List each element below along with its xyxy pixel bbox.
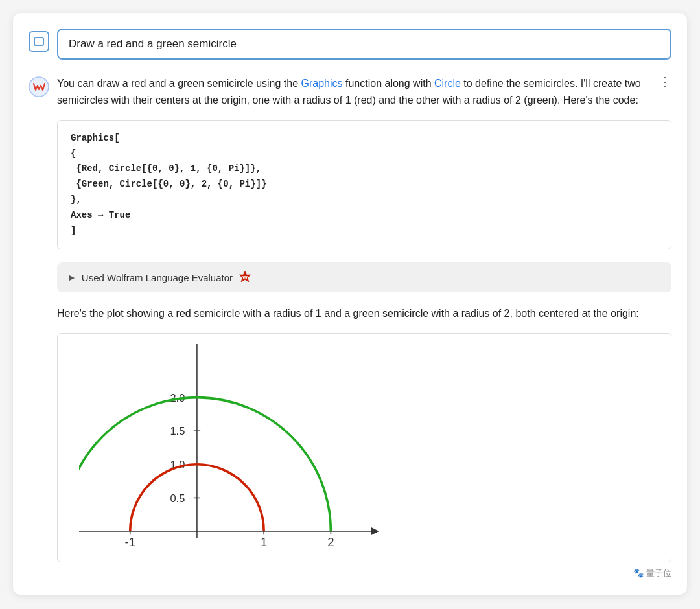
user-text: Draw a red and a green semicircle — [57, 29, 671, 60]
ai-intro-before: You can draw a red and a green semicircl… — [57, 78, 301, 89]
tool-label: Used Wolfram Language Evaluator — [82, 272, 233, 283]
code-block: Graphics[ { {Red, Circle[{0, 0}, 1, {0, … — [57, 120, 671, 250]
user-icon — [29, 31, 49, 52]
watermark-logo: 🐾 — [633, 568, 646, 578]
svg-marker-21 — [371, 527, 379, 535]
svg-text:W: W — [242, 275, 248, 281]
code-text: Graphics[ { {Red, Circle[{0, 0}, 1, {0, … — [71, 131, 658, 239]
semicircle-chart: -2 -1 1 2 0.5 1.0 — [79, 344, 649, 551]
svg-text:0.5: 0.5 — [170, 492, 185, 503]
ai-content-area: ⋮ You can draw a red and a green semicir… — [57, 75, 671, 579]
more-options-icon[interactable]: ⋮ — [659, 75, 671, 88]
svg-text:1.5: 1.5 — [170, 425, 185, 437]
tool-used-section[interactable]: ► Used Wolfram Language Evaluator W — [57, 262, 671, 292]
svg-text:2: 2 — [327, 534, 334, 548]
svg-text:-1: -1 — [124, 534, 135, 548]
wolfram-icon: W — [238, 270, 252, 284]
ai-message: ⋮ You can draw a red and a green semicir… — [29, 75, 671, 579]
graphics-link[interactable]: Graphics — [301, 78, 343, 89]
chat-bubble-icon — [34, 37, 44, 46]
watermark: 🐾 量子位 — [57, 568, 671, 579]
ai-intro-middle: function along with — [343, 78, 434, 89]
chart-container: -2 -1 1 2 0.5 1.0 — [57, 333, 671, 562]
user-message: Draw a red and a green semicircle — [29, 29, 671, 60]
ai-intro-text: You can draw a red and a green semicircl… — [57, 75, 671, 109]
svg-text:1: 1 — [261, 534, 267, 548]
ai-avatar-icon — [29, 76, 49, 97]
chevron-right-icon: ► — [67, 272, 76, 282]
chat-container: Draw a red and a green semicircle ⋮ You … — [13, 13, 687, 595]
watermark-text: 量子位 — [646, 568, 671, 578]
circle-link[interactable]: Circle — [434, 78, 461, 89]
svg-point-0 — [29, 77, 49, 97]
plot-description: Here's the plot showing a red semicircle… — [57, 305, 671, 322]
